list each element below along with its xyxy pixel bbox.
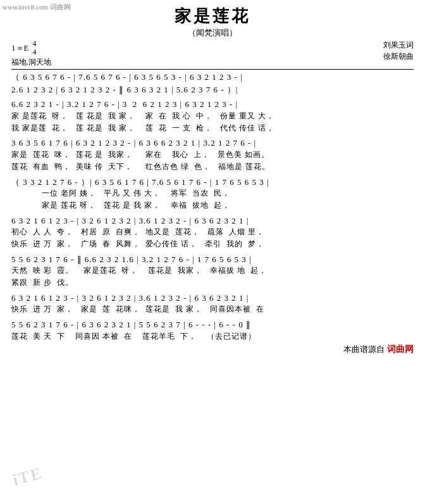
notation-line: （ 6 3 5 6 7 6 - | 7.6 5 6 7 6 - | 6 3 5 … bbox=[11, 71, 414, 84]
notation-line: 6 3 2 1 6 1 2 3 - | 3 2 6 1 2 3 2 | 3.6 … bbox=[11, 215, 414, 227]
footer: 本曲谱源自 词曲网 bbox=[11, 344, 414, 355]
lyric-line: 家 是莲花 呀， 莲 花是 我 家， 家 在 我 心 中， 份量 重又 大， bbox=[11, 111, 414, 122]
lyric-line: 莲花 有血 鸭， 美味 传 天下， 红色古色 绿 色， 福地是 莲花。 bbox=[11, 161, 414, 172]
lyric-line: 家是 莲花 呀， 莲花 是 我 家， 幸福 拔地 起， bbox=[11, 200, 414, 211]
lyric-line: 一位 老阿 姨， 平凡 又 伟 大， 将军 当农 民， bbox=[11, 188, 414, 199]
subtitle: （闻梵演唱） bbox=[11, 27, 414, 39]
key-time: 1＝E 4 4 bbox=[11, 40, 51, 56]
lyric-line: 初心 人 人 夸， 村居 原 自爽， 地又是 莲花， 疏落 人烟 里， bbox=[11, 227, 414, 237]
lyric-line: 我 家是莲 花， 莲 花是 我 家， 莲 花 一 支 枪， 代代 传佳 话， bbox=[11, 123, 414, 134]
time-signature: 4 4 bbox=[32, 40, 36, 56]
place-label: 福地.洞天地 bbox=[11, 57, 51, 68]
notation-line: （ 3 3 2 1 2 7 6 - ）| 6 3 5 6 1 7 6 | 7.6… bbox=[11, 176, 414, 189]
lyric-line: 家是 莲花 咪， 莲花 是 我家， 家在 我心 上， 景色美 如画。 bbox=[11, 149, 414, 160]
watermark-top: www.ktvc8.com 词曲网 bbox=[3, 3, 71, 12]
page-container: 家是莲花 （闻梵演唱） 1＝E 4 4 福地.洞天地 刘果玉词 徐斯朝曲 （ 6… bbox=[0, 0, 425, 362]
notation-line: 3 6 3 5 6 1 7 6 | 6 3 2 1 2 3 2 - | 6 3 … bbox=[11, 137, 414, 149]
composer-label: 徐斯朝曲 bbox=[383, 51, 414, 62]
lyric-line: 快乐 进 万 家， 家是 莲 花咪， 莲花是 我 家， 同喜因本被 在 bbox=[11, 304, 414, 315]
notation-block: （ 6 3 5 6 7 6 - | 7.6 5 6 7 6 - | 6 3 5 … bbox=[11, 69, 414, 341]
lyric-line: 天然 映 彩 霞。 家是莲花 呀， 莲花是 我家， 幸福拔 地 起， bbox=[11, 265, 414, 276]
lyricist-label: 刘果玉词 bbox=[383, 40, 414, 51]
notation-line: 5 5 6 2 3 1 7 6 - ‖ 6.6 2 3 2 1.6 | 3.2 … bbox=[11, 253, 414, 266]
watermark-bottom: iTE bbox=[11, 463, 45, 489]
lyric-line: 莲花 美 天 下 同喜因 本被 在 莲花羊毛 下， （去已记谱） bbox=[11, 331, 414, 342]
meta-left: 1＝E 4 4 福地.洞天地 bbox=[11, 40, 51, 68]
notation-line: 6.6 2 3 2 1 - | 3.2 1 2 7 6 - | 3 2 6 2 … bbox=[11, 98, 414, 111]
meta-row: 1＝E 4 4 福地.洞天地 刘果玉词 徐斯朝曲 bbox=[11, 40, 414, 68]
notation-line: 2.6 1 2 3 2 | 6 3 2 1 2 3 2 - ‖ 6 3 6 3 … bbox=[11, 84, 414, 96]
notation-line: 6 3 2 1 6 1 2 3 - | 3 2 6 1 2 3 2 | 3.6 … bbox=[11, 292, 414, 305]
notation-line: 5 5 6 2 3 1 7 6 - | 6 3 6 2 3 2 1 | 5 5 … bbox=[11, 318, 414, 331]
footer-prefix: 本曲谱源自 bbox=[343, 344, 385, 355]
key-label: 1＝E bbox=[11, 42, 28, 54]
title-section: 家是莲花 （闻梵演唱） bbox=[11, 5, 414, 39]
lyric-line: 紧跟 新 步 伐。 bbox=[11, 277, 414, 288]
time-bottom: 4 bbox=[32, 48, 36, 56]
meta-right: 刘果玉词 徐斯朝曲 bbox=[383, 40, 414, 62]
lyric-line: 快乐 进 万 家， 广场 春 风舞， 爱心传佳 话， 牵引 我的 梦， bbox=[11, 239, 414, 249]
footer-site: 词曲网 bbox=[387, 344, 414, 355]
song-title: 家是莲花 bbox=[11, 5, 414, 27]
